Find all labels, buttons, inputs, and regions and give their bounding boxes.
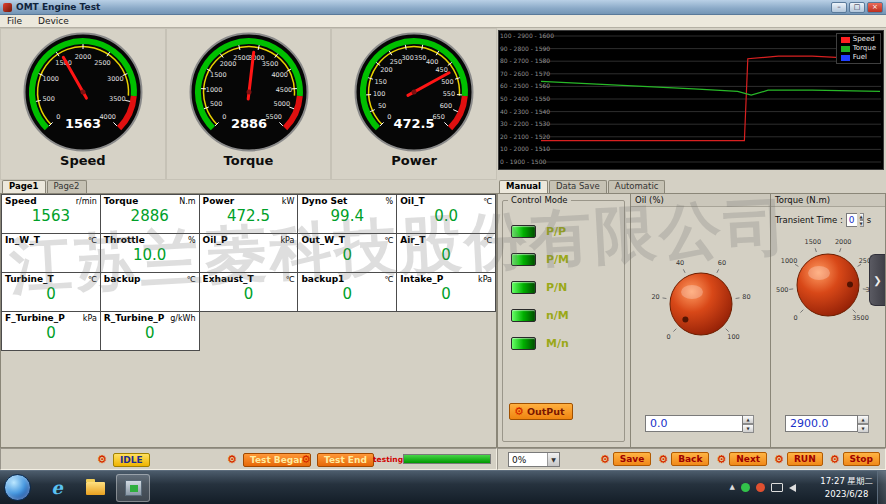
tab-automatic[interactable]: Automatic [608, 180, 666, 193]
output-button[interactable]: ⚙ OutPut [509, 403, 573, 420]
spin-up-icon[interactable]: ▲ [860, 213, 864, 220]
menu-file[interactable]: File [7, 16, 22, 26]
cell-value: 0 [301, 247, 393, 264]
tab-data-save[interactable]: Data Save [549, 180, 607, 193]
menu-device[interactable]: Device [38, 16, 69, 26]
svg-text:3500: 3500 [109, 95, 126, 103]
spin-down-icon[interactable]: ▼ [743, 424, 754, 433]
svg-text:1563: 1563 [65, 116, 101, 131]
svg-text:550: 550 [443, 90, 455, 98]
oil-value-input[interactable]: 0.0 [645, 415, 743, 432]
cell-value: 0 [400, 286, 492, 303]
table-cell-exhaust_t: Exhaust_T ℃ 0 [199, 272, 299, 312]
taskbar-app-icon[interactable] [116, 474, 150, 502]
led-indicator [511, 309, 536, 322]
transient-time-input[interactable]: 0 [846, 213, 857, 227]
oil-spinner[interactable]: ▲ ▼ [743, 415, 754, 433]
volume-icon[interactable] [789, 484, 796, 492]
svg-text:0: 0 [387, 113, 391, 121]
svg-text:500: 500 [42, 95, 54, 103]
mode-button-p-n[interactable]: P/N [511, 281, 569, 294]
svg-text:50: 50 [378, 102, 386, 110]
spin-down-icon[interactable]: ▼ [860, 220, 864, 227]
mode-button-p-p[interactable]: P/P [511, 225, 569, 238]
status-button-group-stop: ⚙ Stop [830, 452, 880, 466]
measurement-table: Speed r/min 1563 Torque N.m 2886 Power k… [1, 194, 496, 351]
taskbar-explorer-icon[interactable] [78, 474, 112, 502]
cell-label: Air_T [400, 235, 425, 245]
table-cell-out_w_t: Out_W_T ℃ 0 [297, 233, 397, 273]
status-button-group-back: ⚙ Back [658, 452, 709, 466]
torque-value-input[interactable]: 2900.0 [785, 415, 858, 432]
app-window: OMT Engine Test – □ × FileDevice 0500100… [0, 0, 886, 504]
mode-button-n-m[interactable]: n/M [511, 309, 569, 322]
svg-text:1500: 1500 [805, 238, 822, 246]
close-button[interactable]: × [867, 2, 883, 13]
svg-text:10 - 2000 - 1510: 10 - 2000 - 1510 [500, 145, 550, 152]
show-desktop-button[interactable] [877, 471, 886, 504]
legend-label: Fuel [853, 54, 867, 61]
cell-unit: ℃ [88, 275, 97, 284]
table-cell-intake_p: Intake_P kPa 0 [396, 272, 496, 312]
gear-icon: ⚙ [658, 453, 668, 466]
gear-icon: ⚙ [97, 453, 107, 466]
taskbar-clock[interactable]: 17:27 星期二 2023/6/28 [820, 475, 873, 501]
table-cell-r_turbine_p: R_Turbine_P g/kWh 0 [100, 311, 200, 351]
trend-chart-plot: 100 - 2900 - 160090 - 2800 - 159080 - 27… [499, 31, 883, 169]
run-button[interactable]: RUN [787, 452, 823, 466]
test-end-button[interactable]: Test End [317, 453, 374, 467]
idle-status-button[interactable]: IDLE [113, 453, 150, 467]
torque-spinner[interactable]: ▲ ▼ [858, 415, 869, 433]
table-cell-turbine_t: Turbine_T ℃ 0 [1, 272, 101, 312]
collapse-arrow-button[interactable]: ❯ [869, 254, 885, 306]
svg-text:40: 40 [675, 259, 683, 267]
next-button[interactable]: Next [729, 452, 767, 466]
tab-manual[interactable]: Manual [499, 180, 548, 193]
stop-button[interactable]: Stop [843, 452, 880, 466]
spin-up-icon[interactable]: ▲ [858, 415, 869, 424]
svg-text:3500: 3500 [261, 60, 278, 68]
spin-down-icon[interactable]: ▼ [858, 424, 869, 433]
clock-time: 17:27 [820, 476, 845, 486]
network-icon[interactable] [771, 483, 783, 492]
oil-knob[interactable]: 020406080100 [634, 225, 768, 375]
torque-knob[interactable]: 0500100015002000250030003500 [772, 215, 884, 347]
svg-text:50 - 2400 - 1550: 50 - 2400 - 1550 [500, 95, 550, 102]
menu-bar: FileDevice [0, 15, 886, 28]
tab-page2[interactable]: Page2 [47, 180, 87, 193]
status-buttons: ⚙ Save⚙ Back⚙ Next⚙ RUN⚙ Stop [600, 452, 880, 466]
page-tabs: Page1Page2 [2, 180, 87, 193]
spin-up-icon[interactable]: ▲ [743, 415, 754, 424]
percent-dropdown[interactable]: 0% ▼ [508, 452, 560, 467]
cell-label: Power [203, 196, 235, 206]
maximize-button[interactable]: □ [849, 2, 865, 13]
control-mode-title: Control Mode [508, 195, 571, 205]
back-button[interactable]: Back [671, 452, 709, 466]
data-table-body: Speed r/min 1563 Torque N.m 2886 Power k… [0, 193, 497, 448]
app-icon [3, 3, 12, 12]
svg-text:2000: 2000 [835, 238, 852, 246]
tab-page1[interactable]: Page1 [2, 180, 46, 193]
table-cell-backup1: backup1 ℃ 0 [297, 272, 397, 312]
tray-green-icon[interactable] [741, 483, 750, 492]
start-button[interactable] [4, 474, 31, 501]
table-cell-oil_p: Oil_P kPa [199, 233, 299, 273]
mode-label: n/M [546, 309, 569, 322]
save-button[interactable]: Save [613, 452, 652, 466]
minimize-button[interactable]: – [831, 2, 847, 13]
transient-time-row: Transient Time : 0 ▲ ▼ s [775, 213, 869, 227]
mode-button-p-m[interactable]: P/M [511, 253, 569, 266]
svg-text:1500: 1500 [210, 71, 227, 79]
gear-icon: ⚙ [716, 453, 726, 466]
svg-text:472.5: 472.5 [394, 116, 435, 131]
taskbar-ie-icon[interactable]: e [40, 474, 74, 502]
tray-expand-icon[interactable]: ▲ [730, 484, 735, 491]
svg-text:100: 100 [727, 333, 739, 341]
tray-red-icon[interactable] [756, 483, 765, 492]
folder-icon [86, 482, 105, 495]
mode-button-m-n[interactable]: M/n [511, 337, 569, 350]
cell-value: 0 [203, 286, 295, 303]
cell-label: Throttle [104, 235, 145, 245]
cell-label: Exhaust_T [203, 274, 254, 284]
transient-spinner[interactable]: ▲ ▼ [860, 213, 864, 227]
